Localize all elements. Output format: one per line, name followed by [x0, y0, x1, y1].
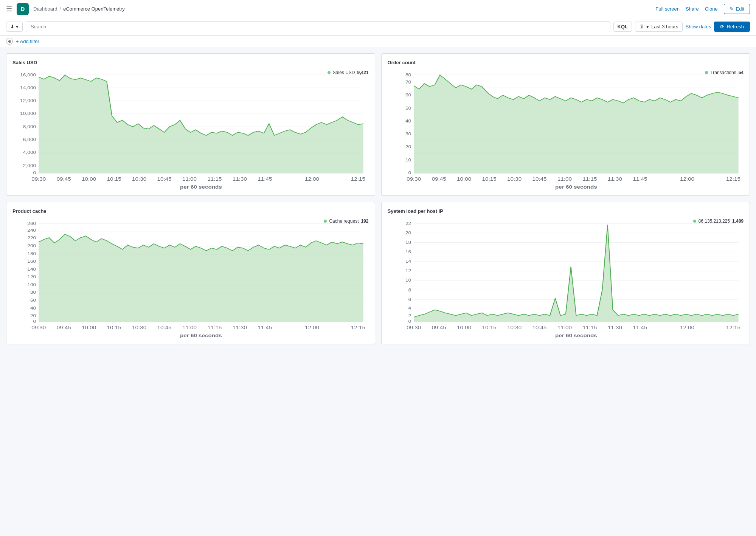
svg-text:per 60 seconds: per 60 seconds — [180, 333, 222, 338]
hamburger-icon[interactable]: ☰ — [6, 5, 12, 13]
svg-text:10:15: 10:15 — [107, 325, 121, 330]
svg-text:10:00: 10:00 — [82, 176, 96, 181]
svg-text:12:00: 12:00 — [305, 325, 319, 330]
svg-text:4,000: 4,000 — [23, 150, 36, 155]
svg-text:260: 260 — [27, 221, 36, 226]
svg-text:60: 60 — [405, 93, 411, 98]
edit-button[interactable]: ✎ Edit — [724, 4, 750, 14]
breadcrumb-current: eCommerce OpenTelemetry — [63, 6, 125, 12]
product-cache-legend: Cache request 192 — [324, 218, 368, 224]
svg-text:10:15: 10:15 — [107, 176, 121, 181]
svg-text:80: 80 — [30, 290, 36, 295]
order-count-svg: 0 10 20 30 40 50 60 70 80 09:30 09:45 10… — [388, 68, 744, 189]
nav-actions: Full screen Share Clone ✎ Edit — [655, 4, 750, 14]
save-query-button[interactable]: ⬇ ▾ — [6, 22, 23, 32]
search-input[interactable] — [26, 21, 610, 32]
order-count-dot — [705, 71, 708, 74]
add-filter-link[interactable]: + Add filter — [16, 39, 39, 44]
breadcrumb: Dashboard / eCommerce OpenTelemetry — [33, 6, 125, 12]
breadcrumb-sep: / — [60, 6, 61, 12]
fullscreen-link[interactable]: Full screen — [655, 6, 680, 12]
svg-text:11:30: 11:30 — [233, 325, 247, 330]
svg-text:11:30: 11:30 — [233, 176, 247, 181]
save-icon: ⬇ — [10, 24, 14, 29]
clone-link[interactable]: Clone — [705, 6, 718, 12]
order-count-legend: Transactions 54 — [705, 70, 744, 75]
calendar-chevron: ▾ — [646, 24, 649, 29]
svg-text:11:15: 11:15 — [582, 176, 597, 181]
svg-text:10:00: 10:00 — [82, 325, 96, 330]
svg-text:11:00: 11:00 — [182, 325, 197, 330]
svg-text:10:00: 10:00 — [457, 325, 471, 330]
system-load-legend-value: 1.489 — [732, 218, 744, 224]
svg-text:0: 0 — [408, 319, 411, 324]
app-logo: D — [17, 3, 29, 15]
share-link[interactable]: Share — [686, 6, 699, 12]
sales-usd-dot — [328, 71, 331, 74]
dashboard-grid: Sales USD Sales USD 9,421 0 2,000 — [0, 47, 756, 350]
order-count-legend-label: Transactions — [710, 70, 736, 75]
sales-usd-title: Sales USD — [12, 60, 369, 65]
svg-text:0: 0 — [33, 319, 36, 324]
svg-text:12:00: 12:00 — [305, 176, 319, 181]
refresh-button[interactable]: ⟳ Refresh — [714, 22, 750, 32]
svg-text:10:15: 10:15 — [482, 325, 496, 330]
svg-text:20: 20 — [405, 231, 411, 235]
system-load-svg: 0 2 4 6 8 10 12 14 16 18 20 22 09:30 09:… — [388, 217, 744, 338]
svg-text:120: 120 — [27, 274, 36, 279]
svg-text:11:00: 11:00 — [182, 176, 197, 181]
svg-text:240: 240 — [27, 228, 36, 233]
svg-text:10,000: 10,000 — [20, 112, 36, 116]
sales-usd-panel: Sales USD Sales USD 9,421 0 2,000 — [6, 53, 375, 196]
svg-text:per 60 seconds: per 60 seconds — [555, 333, 597, 338]
time-picker[interactable]: 🗓 ▾ Last 3 hours — [635, 22, 683, 32]
svg-text:160: 160 — [27, 259, 36, 264]
svg-text:14: 14 — [405, 259, 411, 264]
svg-text:12:00: 12:00 — [680, 325, 694, 330]
svg-text:12: 12 — [405, 268, 411, 273]
svg-text:11:15: 11:15 — [582, 325, 597, 330]
svg-text:0: 0 — [408, 170, 411, 175]
show-dates-button[interactable]: Show dates — [686, 24, 711, 29]
system-load-legend: 86.135.213.225 1.489 — [693, 218, 744, 224]
system-load-dot — [693, 220, 696, 223]
svg-text:09:45: 09:45 — [432, 176, 446, 181]
filter-left: ⬇ ▾ KQL — [6, 21, 632, 32]
svg-text:09:30: 09:30 — [31, 325, 46, 330]
svg-text:10: 10 — [405, 158, 411, 163]
filter-bar: ⬇ ▾ KQL 🗓 ▾ Last 3 hours Show dates ⟳ Re… — [0, 18, 756, 36]
svg-text:per 60 seconds: per 60 seconds — [180, 184, 222, 189]
kql-button[interactable]: KQL — [613, 22, 632, 32]
svg-text:20: 20 — [30, 313, 36, 318]
svg-text:12:15: 12:15 — [351, 325, 365, 330]
svg-text:18: 18 — [405, 240, 411, 245]
svg-text:2: 2 — [408, 313, 411, 318]
breadcrumb-home[interactable]: Dashboard — [33, 6, 57, 12]
order-count-legend-value: 54 — [739, 70, 744, 75]
svg-text:09:30: 09:30 — [31, 176, 46, 181]
svg-text:12:15: 12:15 — [726, 325, 740, 330]
sales-usd-legend-value: 9,421 — [357, 70, 368, 75]
svg-text:16: 16 — [405, 249, 411, 254]
svg-text:12:15: 12:15 — [351, 176, 365, 181]
svg-text:80: 80 — [405, 73, 411, 77]
system-load-legend-label: 86.135.213.225 — [699, 218, 730, 224]
svg-text:10:15: 10:15 — [482, 176, 496, 181]
svg-text:11:45: 11:45 — [258, 325, 272, 330]
svg-text:11:00: 11:00 — [557, 325, 571, 330]
sales-usd-chart: Sales USD 9,421 0 2,000 4,000 6,000 8,0 — [12, 68, 369, 189]
svg-text:50: 50 — [405, 106, 411, 111]
order-count-title: Order count — [388, 60, 744, 65]
svg-text:70: 70 — [405, 80, 411, 85]
svg-text:12:00: 12:00 — [680, 176, 694, 181]
product-cache-svg: 0 20 40 60 80 100 120 140 160 180 200 22… — [12, 217, 369, 338]
svg-text:11:15: 11:15 — [207, 325, 222, 330]
svg-text:0: 0 — [33, 170, 36, 175]
product-cache-panel: Product cache Cache request 192 — [6, 202, 375, 344]
time-range-label: Last 3 hours — [651, 24, 678, 29]
order-count-panel: Order count Transactions 54 0 10 — [381, 53, 750, 196]
svg-text:11:30: 11:30 — [607, 176, 622, 181]
svg-text:10: 10 — [405, 278, 411, 283]
svg-text:11:45: 11:45 — [258, 176, 272, 181]
svg-text:10:30: 10:30 — [132, 176, 146, 181]
